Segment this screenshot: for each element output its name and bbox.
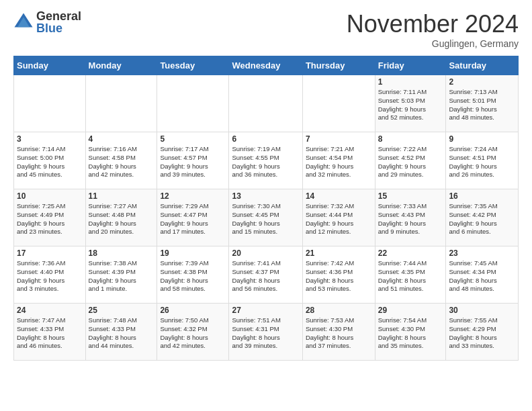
weekday-header-saturday: Saturday: [446, 56, 519, 75]
day-info: Sunrise: 7:21 AMSunset: 4:54 PMDaylight:…: [306, 145, 372, 179]
calendar-body: 1Sunrise: 7:11 AMSunset: 5:03 PMDaylight…: [14, 75, 519, 361]
day-info: Sunrise: 7:44 AMSunset: 4:35 PMDaylight:…: [378, 259, 443, 293]
calendar-cell: 17Sunrise: 7:36 AMSunset: 4:40 PMDayligh…: [14, 246, 86, 304]
location: Guglingen, Germany: [347, 38, 519, 49]
calendar-cell: 30Sunrise: 7:55 AMSunset: 4:29 PMDayligh…: [446, 304, 519, 361]
day-number: 15: [378, 191, 443, 201]
day-info: Sunrise: 7:19 AMSunset: 4:55 PMDaylight:…: [232, 145, 299, 179]
calendar-cell: 1Sunrise: 7:11 AMSunset: 5:03 PMDaylight…: [375, 75, 446, 132]
day-number: 27: [232, 306, 299, 315]
calendar-week-4: 17Sunrise: 7:36 AMSunset: 4:40 PMDayligh…: [14, 246, 519, 304]
day-number: 6: [232, 134, 299, 144]
day-number: 2: [449, 77, 515, 87]
page: General Blue November 2024 Guglingen, Ge…: [0, 0, 532, 411]
calendar-week-1: 1Sunrise: 7:11 AMSunset: 5:03 PMDaylight…: [14, 75, 519, 132]
logo-blue-text: Blue: [36, 22, 81, 34]
day-info: Sunrise: 7:39 AMSunset: 4:38 PMDaylight:…: [160, 259, 226, 293]
day-number: 19: [160, 248, 226, 258]
weekday-header-tuesday: Tuesday: [157, 56, 229, 75]
calendar-cell: 23Sunrise: 7:45 AMSunset: 4:34 PMDayligh…: [446, 246, 519, 304]
day-number: 9: [449, 134, 515, 144]
day-info: Sunrise: 7:22 AMSunset: 4:52 PMDaylight:…: [378, 145, 443, 179]
day-number: 30: [449, 306, 515, 315]
calendar-cell: 28Sunrise: 7:53 AMSunset: 4:30 PMDayligh…: [302, 304, 375, 361]
weekday-header-wednesday: Wednesday: [229, 56, 302, 75]
day-info: Sunrise: 7:33 AMSunset: 4:43 PMDaylight:…: [378, 202, 443, 236]
day-number: 13: [232, 191, 299, 201]
day-number: 5: [160, 134, 226, 144]
day-number: 12: [160, 191, 226, 201]
day-info: Sunrise: 7:47 AMSunset: 4:33 PMDaylight:…: [17, 316, 83, 351]
calendar-cell: 2Sunrise: 7:13 AMSunset: 5:01 PMDaylight…: [446, 75, 519, 132]
day-number: 24: [17, 306, 83, 315]
calendar-cell: 27Sunrise: 7:51 AMSunset: 4:31 PMDayligh…: [229, 304, 302, 361]
day-number: 1: [378, 77, 443, 87]
logo-text: General Blue: [36, 10, 81, 34]
day-info: Sunrise: 7:38 AMSunset: 4:39 PMDaylight:…: [89, 259, 154, 293]
day-number: 23: [449, 248, 515, 258]
day-number: 20: [232, 248, 299, 258]
day-number: 8: [378, 134, 443, 144]
day-number: 11: [89, 191, 154, 201]
weekday-header-sunday: Sunday: [14, 56, 86, 75]
header: General Blue November 2024 Guglingen, Ge…: [13, 10, 519, 49]
day-number: 29: [378, 306, 443, 315]
calendar-header: SundayMondayTuesdayWednesdayThursdayFrid…: [14, 56, 519, 75]
day-info: Sunrise: 7:27 AMSunset: 4:48 PMDaylight:…: [89, 202, 154, 236]
day-info: Sunrise: 7:25 AMSunset: 4:49 PMDaylight:…: [17, 202, 83, 236]
day-info: Sunrise: 7:24 AMSunset: 4:51 PMDaylight:…: [449, 145, 515, 179]
day-number: 18: [89, 248, 154, 258]
day-info: Sunrise: 7:11 AMSunset: 5:03 PMDaylight:…: [378, 88, 443, 122]
weekday-header-monday: Monday: [85, 56, 157, 75]
calendar-week-5: 24Sunrise: 7:47 AMSunset: 4:33 PMDayligh…: [14, 304, 519, 361]
day-info: Sunrise: 7:51 AMSunset: 4:31 PMDaylight:…: [232, 316, 299, 351]
calendar-cell: 4Sunrise: 7:16 AMSunset: 4:58 PMDaylight…: [85, 132, 157, 189]
calendar-cell: [157, 75, 229, 132]
calendar-cell: 3Sunrise: 7:14 AMSunset: 5:00 PMDaylight…: [14, 132, 86, 189]
weekday-header-thursday: Thursday: [302, 56, 375, 75]
day-info: Sunrise: 7:13 AMSunset: 5:01 PMDaylight:…: [449, 88, 515, 122]
calendar-cell: [85, 75, 157, 132]
day-number: 7: [306, 134, 372, 144]
calendar-cell: 29Sunrise: 7:54 AMSunset: 4:30 PMDayligh…: [375, 304, 446, 361]
day-info: Sunrise: 7:36 AMSunset: 4:40 PMDaylight:…: [17, 259, 83, 293]
calendar-week-3: 10Sunrise: 7:25 AMSunset: 4:49 PMDayligh…: [14, 189, 519, 246]
calendar-cell: 16Sunrise: 7:35 AMSunset: 4:42 PMDayligh…: [446, 189, 519, 246]
day-info: Sunrise: 7:42 AMSunset: 4:36 PMDaylight:…: [306, 259, 372, 293]
day-number: 14: [306, 191, 372, 201]
calendar-cell: [14, 75, 86, 132]
day-number: 16: [449, 191, 515, 201]
calendar-cell: 19Sunrise: 7:39 AMSunset: 4:38 PMDayligh…: [157, 246, 229, 304]
day-info: Sunrise: 7:14 AMSunset: 5:00 PMDaylight:…: [17, 145, 83, 179]
calendar-cell: 12Sunrise: 7:29 AMSunset: 4:47 PMDayligh…: [157, 189, 229, 246]
weekday-header-friday: Friday: [375, 56, 446, 75]
calendar-cell: 18Sunrise: 7:38 AMSunset: 4:39 PMDayligh…: [85, 246, 157, 304]
calendar-cell: [229, 75, 302, 132]
day-info: Sunrise: 7:17 AMSunset: 4:57 PMDaylight:…: [160, 145, 226, 179]
logo-general-text: General: [36, 10, 81, 22]
calendar-cell: 10Sunrise: 7:25 AMSunset: 4:49 PMDayligh…: [14, 189, 86, 246]
weekday-row: SundayMondayTuesdayWednesdayThursdayFrid…: [14, 56, 519, 75]
calendar-cell: [302, 75, 375, 132]
calendar-week-2: 3Sunrise: 7:14 AMSunset: 5:00 PMDaylight…: [14, 132, 519, 189]
calendar-cell: 21Sunrise: 7:42 AMSunset: 4:36 PMDayligh…: [302, 246, 375, 304]
calendar-cell: 15Sunrise: 7:33 AMSunset: 4:43 PMDayligh…: [375, 189, 446, 246]
day-info: Sunrise: 7:35 AMSunset: 4:42 PMDaylight:…: [449, 202, 515, 236]
day-number: 21: [306, 248, 372, 258]
day-info: Sunrise: 7:29 AMSunset: 4:47 PMDaylight:…: [160, 202, 226, 236]
calendar-cell: 24Sunrise: 7:47 AMSunset: 4:33 PMDayligh…: [14, 304, 86, 361]
month-title: November 2024: [347, 10, 519, 38]
day-number: 22: [378, 248, 443, 258]
day-info: Sunrise: 7:48 AMSunset: 4:33 PMDaylight:…: [89, 316, 154, 351]
calendar-cell: 9Sunrise: 7:24 AMSunset: 4:51 PMDaylight…: [446, 132, 519, 189]
calendar: SundayMondayTuesdayWednesdayThursdayFrid…: [13, 56, 519, 361]
day-info: Sunrise: 7:45 AMSunset: 4:34 PMDaylight:…: [449, 259, 515, 293]
calendar-cell: 26Sunrise: 7:50 AMSunset: 4:32 PMDayligh…: [157, 304, 229, 361]
calendar-cell: 5Sunrise: 7:17 AMSunset: 4:57 PMDaylight…: [157, 132, 229, 189]
day-number: 3: [17, 134, 83, 144]
day-number: 4: [89, 134, 154, 144]
day-number: 25: [89, 306, 154, 315]
day-number: 17: [17, 248, 83, 258]
logo-icon: [13, 12, 34, 32]
title-block: November 2024 Guglingen, Germany: [347, 10, 519, 49]
